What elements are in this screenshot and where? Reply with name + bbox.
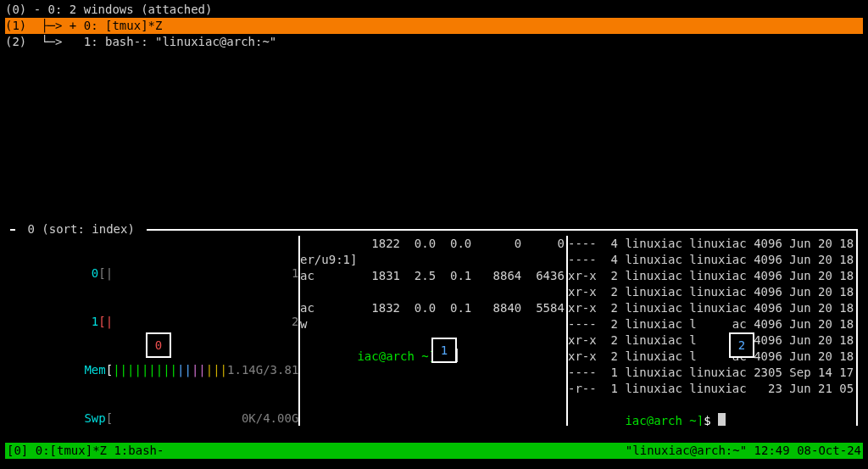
ps-row: ac 1831 2.5 0.1 8864 6436 pts/2 [300, 268, 566, 284]
pane-htop: 0[| 1.3%] Tasks: 1[| 2.0%] Load a Mem[||… [10, 236, 298, 426]
cpu1-pct: 2.0%] [292, 315, 298, 328]
mem-value: 1.14G/3.81G] [227, 363, 298, 377]
shell-prompt[interactable]: iac@arch ~]$ [568, 397, 856, 426]
cpu0-pct: 1.3%] [292, 266, 298, 280]
ls-row: ---- 4 linuxiac linuxiac 4096 Jun 20 18: [568, 252, 856, 268]
ls-row: xr-x 2 linuxiac linuxiac 4096 Jun 20 18: [568, 300, 856, 316]
cpu1-label: 1 [84, 315, 98, 328]
ps-row: 1822 0.0 0.0 0 0 ? [300, 236, 566, 252]
pane-indicator-2: 2 [729, 332, 754, 358]
ls-row: -r-- 1 linuxiac linuxiac 23 Jun 21 05: [568, 381, 856, 397]
status-right: "linuxiac@arch:~" 12:49 08-Oct-24 [626, 443, 861, 459]
ls-row: ---- 4 linuxiac linuxiac 4096 Jun 20 18: [568, 236, 856, 252]
tree-row-window[interactable]: (2) └─> 1: bash-: "linuxiac@arch:~" [5, 34, 863, 50]
status-left: [0] 0:[tmux]*Z 1:bash- [7, 443, 164, 459]
ls-row: ---- 1 linuxiac linuxiac 2305 Sep 14 17: [568, 365, 856, 381]
pane-indicator-0: 0 [146, 332, 171, 358]
session-tree[interactable]: (0) - 0: 2 windows (attached) (1) ├─> + … [5, 2, 863, 50]
ls-row: xr-x 2 linuxiac linuxiac 4096 Jun 20 18: [568, 284, 856, 300]
ls-row: xr-x 2 linuxiac l ac 4096 Jun 20 18: [568, 332, 856, 349]
ls-row: ---- 2 linuxiac l ac 4096 Jun 20 18: [568, 316, 856, 332]
pane-indicator-1: 1 [431, 338, 457, 363]
pane-ls: ---- 4 linuxiac linuxiac 4096 Jun 20 18:… [568, 236, 856, 426]
tree-row-session[interactable]: (0) - 0: 2 windows (attached) [5, 2, 863, 18]
ls-row: xr-x 2 linuxiac l ac 4096 Jun 20 18: [568, 349, 856, 365]
ps-row: ac 1832 0.0 0.1 8840 5584 pts/5 [300, 300, 566, 316]
mem-label: Mem [84, 363, 105, 377]
cpu0-label: 0 [84, 266, 98, 280]
cursor [718, 413, 726, 426]
pane-ps: 1822 0.0 0.0 0 0 ? er/u9:1] ac 1831 2.5 … [300, 236, 566, 426]
swp-label: Swp [84, 411, 105, 425]
status-bar: [0] 0:[tmux]*Z 1:bash- "linuxiac@arch:~"… [5, 443, 863, 459]
ls-row: xr-x 2 linuxiac linuxiac 4096 Jun 20 18: [568, 268, 856, 284]
tree-row-selected[interactable]: (1) ├─> + 0: [tmux]*Z [5, 18, 863, 34]
swp-value: 0K/4.00G] [242, 411, 298, 425]
preview-area: 0 (sort: index) 0[| 1.3%] Tasks: 1[| 2.0… [10, 229, 858, 426]
